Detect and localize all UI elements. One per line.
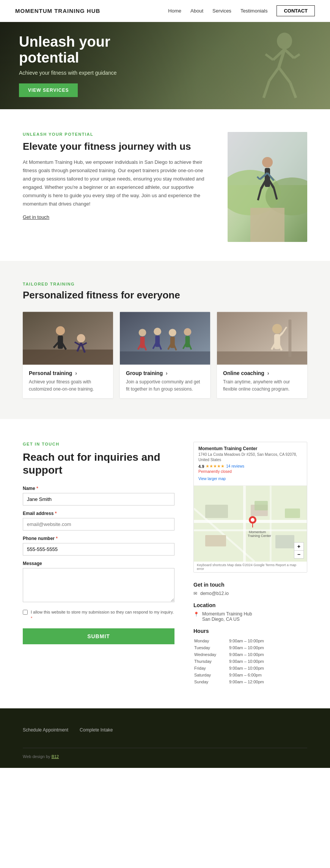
services-tag: TAILORED TRAINING (23, 282, 307, 286)
consent-checkbox[interactable] (23, 610, 28, 615)
group-training-body: Group training › Join a supportive commu… (120, 365, 210, 398)
email-link[interactable]: demo@b12.io (200, 591, 229, 596)
online-coaching-desc: Train anytime, anywhere with our flexibl… (223, 378, 301, 393)
group-training-title[interactable]: Group training › (126, 370, 204, 376)
online-coaching-card: Online coaching › Train anytime, anywher… (217, 312, 307, 398)
location-info: Location 📍 Momentum Training Hub San Die… (193, 602, 307, 622)
phone-label: Phone number * (23, 536, 174, 541)
contact-map-side: Momentum Training Center 1740 La Costa M… (193, 442, 307, 686)
services-header: TAILORED TRAINING Personalized fitness f… (23, 282, 307, 301)
online-coaching-image (217, 312, 307, 365)
svg-rect-55 (217, 352, 307, 365)
hours-table: Monday9:00am – 10:00pmTuesday9:00am – 10… (193, 637, 307, 686)
svg-point-50 (184, 328, 192, 336)
email-input[interactable] (23, 518, 174, 531)
personal-training-title[interactable]: Personal training › (29, 370, 107, 376)
nav-services[interactable]: Services (212, 8, 231, 14)
hero-subtitle: Achieve your fitness with expert guidanc… (19, 70, 133, 76)
map-zoom-controls: + − (294, 542, 304, 559)
hours-row: Wednesday9:00am – 10:00pm (194, 651, 306, 658)
nav-contact-button[interactable]: CONTACT (277, 5, 315, 16)
svg-line-8 (284, 49, 294, 58)
map-visual: Momentum Training Center + − (194, 486, 307, 562)
footer-links: Schedule AppointmentComplete Intake (23, 727, 307, 733)
svg-rect-66 (243, 486, 246, 562)
svg-text:Training Center: Training Center (248, 534, 271, 538)
personal-training-desc: Achieve your fitness goals with customiz… (29, 378, 107, 393)
map-footer: Keyboard shortcuts Map data ©2024 Google… (194, 562, 307, 572)
map-reviews-link[interactable]: 14 reviews (226, 464, 244, 468)
location-city: San Diego, CA US (202, 617, 252, 622)
svg-point-42 (154, 328, 161, 335)
email-icon: ✉ (193, 591, 197, 596)
map-header: Momentum Training Center 1740 La Costa M… (194, 442, 307, 486)
svg-rect-73 (255, 501, 268, 510)
svg-rect-26 (23, 350, 113, 365)
hours-title: Hours (193, 628, 307, 634)
map-status: Permanently closed (198, 469, 302, 474)
map-rating: 4.9 (198, 464, 204, 469)
svg-rect-37 (120, 352, 210, 365)
phone-input[interactable] (23, 543, 174, 556)
group-training-card: Group training › Join a supportive commu… (120, 312, 210, 398)
about-title: Elevate your fitness journey with us (23, 140, 212, 153)
about-tag: UNLEASH YOUR POTENTIAL (23, 132, 212, 137)
svg-point-38 (139, 329, 146, 336)
group-training-image (120, 312, 210, 365)
footer-divider (23, 748, 307, 748)
email-label: Email address * (23, 511, 174, 516)
nav-home[interactable]: Home (168, 8, 181, 14)
map-zoom-out[interactable]: − (294, 551, 303, 558)
contact-form-side: GET IN TOUCH Reach out for inquiries and… (23, 442, 174, 686)
svg-point-31 (77, 334, 85, 342)
email-row: ✉ demo@b12.io (193, 591, 307, 596)
footer-link[interactable]: Schedule Appointment (23, 727, 68, 733)
name-label: Name * (23, 486, 174, 491)
location-title: Location (193, 602, 307, 608)
about-body: At Momentum Training Hub, we empower ind… (23, 158, 212, 209)
consent-row: I allow this website to store my submiss… (23, 609, 174, 622)
svg-rect-14 (250, 208, 284, 242)
hero-runner-icon (235, 22, 311, 109)
svg-point-56 (272, 324, 282, 334)
contact-inner: GET IN TOUCH Reach out for inquiries and… (23, 442, 307, 686)
navbar: MOMENTUM TRAINING HUB Home About Service… (0, 0, 330, 22)
footer-b12-link[interactable]: B12 (52, 754, 59, 759)
nav-testimonials[interactable]: Testimonials (240, 8, 268, 14)
message-input[interactable] (23, 568, 174, 602)
hours-row: Thursday9:00am – 10:00pm (194, 658, 306, 664)
hero-title: Unleash your potential (19, 34, 133, 66)
map-view-larger[interactable]: View larger map (198, 477, 226, 481)
contact-tag: GET IN TOUCH (23, 442, 174, 446)
svg-line-9 (294, 54, 300, 58)
hours-row: Friday9:00am – 10:00pm (194, 665, 306, 671)
about-link[interactable]: Get in touch (23, 214, 49, 220)
map-zoom-in[interactable]: + (294, 543, 303, 551)
hero-section: Unleash your potential Achieve your fitn… (0, 22, 330, 109)
submit-button[interactable]: SUBMIT (23, 628, 174, 644)
location-name: Momentum Training Hub (202, 611, 252, 617)
personal-training-body: Personal training › Achieve your fitness… (23, 365, 113, 398)
svg-rect-62 (288, 319, 291, 357)
svg-rect-72 (205, 535, 226, 546)
message-label: Message (23, 561, 174, 566)
services-section: TAILORED TRAINING Personalized fitness f… (0, 261, 330, 419)
svg-rect-67 (270, 486, 272, 562)
consent-text: I allow this website to store my submiss… (31, 609, 174, 622)
map-widget: Momentum Training Center 1740 La Costa M… (193, 442, 307, 573)
personal-training-image (23, 312, 113, 365)
services-cards: Personal training › Achieve your fitness… (23, 312, 307, 398)
personal-training-card: Personal training › Achieve your fitness… (23, 312, 113, 398)
online-coaching-title[interactable]: Online coaching › (223, 370, 301, 376)
footer-link[interactable]: Complete Intake (80, 727, 113, 733)
nav-about[interactable]: About (190, 8, 203, 14)
name-input[interactable] (23, 493, 174, 505)
hours-info: Hours Monday9:00am – 10:00pmTuesday9:00a… (193, 628, 307, 686)
group-training-desc: Join a supportive community and get fit … (126, 378, 204, 393)
hero-content: Unleash your potential Achieve your fitn… (0, 23, 152, 108)
svg-line-3 (264, 81, 269, 98)
get-in-touch-title: Get in touch (193, 582, 307, 588)
svg-line-5 (290, 83, 296, 98)
hero-cta-button[interactable]: VIEW SERVICES (19, 83, 78, 97)
location-icon: 📍 (193, 612, 199, 617)
